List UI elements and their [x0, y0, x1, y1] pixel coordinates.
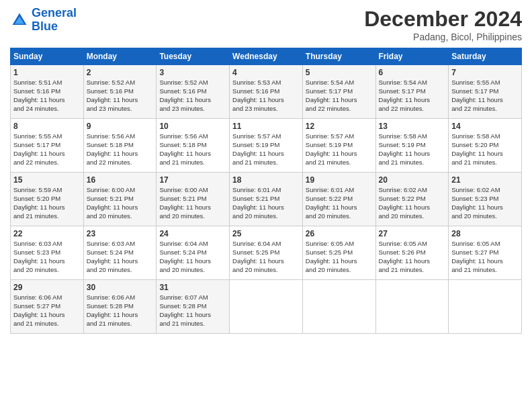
calendar-day-header: Saturday [449, 48, 522, 65]
calendar-cell: 7Sunrise: 5:55 AMSunset: 5:17 PMDaylight… [449, 65, 522, 119]
calendar-cell: 29Sunrise: 6:06 AMSunset: 5:27 PMDayligh… [11, 280, 84, 334]
calendar-cell: 12Sunrise: 5:57 AMSunset: 5:19 PMDayligh… [302, 119, 375, 173]
day-number: 9 [87, 121, 154, 132]
calendar-cell: 17Sunrise: 6:00 AMSunset: 5:21 PMDayligh… [157, 173, 230, 226]
calendar: SundayMondayTuesdayWednesdayThursdayFrid… [10, 48, 522, 334]
day-number: 23 [87, 228, 154, 239]
calendar-cell [302, 280, 375, 334]
calendar-cell: 11Sunrise: 5:57 AMSunset: 5:19 PMDayligh… [230, 119, 303, 173]
calendar-cell [449, 280, 522, 334]
calendar-day-header: Friday [375, 48, 449, 65]
day-number: 11 [232, 121, 300, 132]
calendar-cell: 14Sunrise: 5:58 AMSunset: 5:20 PMDayligh… [449, 119, 522, 173]
subtitle: Padang, Bicol, Philippines [364, 32, 522, 42]
calendar-day-header: Thursday [302, 48, 375, 65]
day-number: 6 [379, 67, 446, 78]
logo-line2: Blue [32, 19, 58, 33]
day-number: 4 [232, 67, 300, 78]
day-number: 8 [13, 121, 81, 132]
calendar-cell: 3Sunrise: 5:52 AMSunset: 5:16 PMDaylight… [157, 65, 230, 119]
day-number: 12 [306, 121, 373, 132]
calendar-week-row: 22Sunrise: 6:03 AMSunset: 5:23 PMDayligh… [11, 226, 522, 280]
calendar-cell: 18Sunrise: 6:01 AMSunset: 5:21 PMDayligh… [230, 173, 303, 226]
header: General Blue December 2024 Padang, Bicol… [10, 7, 522, 42]
calendar-cell: 21Sunrise: 6:02 AMSunset: 5:23 PMDayligh… [449, 173, 522, 226]
day-number: 31 [159, 282, 226, 293]
day-number: 26 [306, 228, 373, 239]
day-number: 30 [87, 282, 154, 293]
logo: General Blue [10, 7, 77, 34]
day-number: 15 [13, 175, 81, 185]
calendar-cell: 31Sunrise: 6:07 AMSunset: 5:28 PMDayligh… [157, 280, 230, 334]
day-number: 25 [232, 228, 300, 239]
calendar-cell: 2Sunrise: 5:52 AMSunset: 5:16 PMDaylight… [83, 65, 157, 119]
day-number: 17 [159, 175, 226, 185]
title-block: December 2024 Padang, Bicol, Philippines [364, 7, 522, 42]
day-number: 16 [87, 175, 154, 185]
day-number: 20 [379, 175, 446, 185]
logo-line1: General [32, 6, 77, 19]
calendar-cell: 4Sunrise: 5:53 AMSunset: 5:16 PMDaylight… [230, 65, 303, 119]
day-number: 29 [13, 282, 81, 293]
day-number: 5 [306, 67, 373, 78]
day-number: 3 [159, 67, 226, 78]
calendar-cell: 30Sunrise: 6:06 AMSunset: 5:28 PMDayligh… [83, 280, 157, 334]
calendar-cell: 20Sunrise: 6:02 AMSunset: 5:22 PMDayligh… [375, 173, 449, 226]
day-number: 2 [87, 67, 154, 78]
calendar-cell: 9Sunrise: 5:56 AMSunset: 5:18 PMDaylight… [83, 119, 157, 173]
calendar-cell: 23Sunrise: 6:03 AMSunset: 5:24 PMDayligh… [83, 226, 157, 280]
day-number: 21 [451, 175, 519, 185]
calendar-week-row: 8Sunrise: 5:55 AMSunset: 5:17 PMDaylight… [11, 119, 522, 173]
calendar-cell: 24Sunrise: 6:04 AMSunset: 5:24 PMDayligh… [157, 226, 230, 280]
main-title: December 2024 [364, 7, 522, 32]
calendar-cell: 27Sunrise: 6:05 AMSunset: 5:26 PMDayligh… [375, 226, 449, 280]
page: General Blue December 2024 Padang, Bicol… [0, 0, 532, 411]
calendar-cell [230, 280, 303, 334]
calendar-cell: 10Sunrise: 5:56 AMSunset: 5:18 PMDayligh… [157, 119, 230, 173]
calendar-day-header: Sunday [11, 48, 84, 65]
day-number: 1 [13, 67, 81, 78]
calendar-week-row: 29Sunrise: 6:06 AMSunset: 5:27 PMDayligh… [11, 280, 522, 334]
calendar-day-header: Monday [83, 48, 157, 65]
calendar-cell: 1Sunrise: 5:51 AMSunset: 5:16 PMDaylight… [11, 65, 84, 119]
calendar-cell: 26Sunrise: 6:05 AMSunset: 5:25 PMDayligh… [302, 226, 375, 280]
logo-icon [10, 11, 29, 30]
day-number: 7 [451, 67, 519, 78]
calendar-week-row: 15Sunrise: 5:59 AMSunset: 5:20 PMDayligh… [11, 173, 522, 226]
calendar-day-header: Wednesday [230, 48, 303, 65]
calendar-cell: 5Sunrise: 5:54 AMSunset: 5:17 PMDaylight… [302, 65, 375, 119]
day-number: 22 [13, 228, 81, 239]
day-number: 27 [379, 228, 446, 239]
day-number: 24 [159, 228, 226, 239]
day-number: 19 [306, 175, 373, 185]
day-number: 10 [159, 121, 226, 132]
calendar-cell [375, 280, 449, 334]
day-number: 28 [451, 228, 519, 239]
calendar-cell: 25Sunrise: 6:04 AMSunset: 5:25 PMDayligh… [230, 226, 303, 280]
calendar-cell: 22Sunrise: 6:03 AMSunset: 5:23 PMDayligh… [11, 226, 84, 280]
logo-text: General Blue [32, 7, 77, 34]
calendar-header-row: SundayMondayTuesdayWednesdayThursdayFrid… [11, 48, 522, 65]
calendar-cell: 6Sunrise: 5:54 AMSunset: 5:17 PMDaylight… [375, 65, 449, 119]
day-number: 18 [232, 175, 300, 185]
calendar-cell: 13Sunrise: 5:58 AMSunset: 5:19 PMDayligh… [375, 119, 449, 173]
calendar-day-header: Tuesday [157, 48, 230, 65]
calendar-week-row: 1Sunrise: 5:51 AMSunset: 5:16 PMDaylight… [11, 65, 522, 119]
calendar-cell: 16Sunrise: 6:00 AMSunset: 5:21 PMDayligh… [83, 173, 157, 226]
calendar-cell: 8Sunrise: 5:55 AMSunset: 5:17 PMDaylight… [11, 119, 84, 173]
day-number: 14 [451, 121, 519, 132]
calendar-cell: 19Sunrise: 6:01 AMSunset: 5:22 PMDayligh… [302, 173, 375, 226]
calendar-cell: 28Sunrise: 6:05 AMSunset: 5:27 PMDayligh… [449, 226, 522, 280]
calendar-cell: 15Sunrise: 5:59 AMSunset: 5:20 PMDayligh… [11, 173, 84, 226]
day-number: 13 [379, 121, 446, 132]
